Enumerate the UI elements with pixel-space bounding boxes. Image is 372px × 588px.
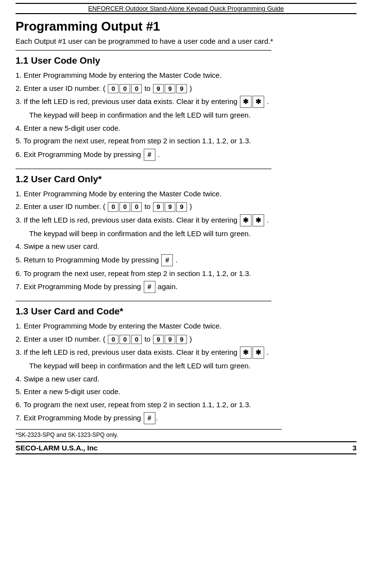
- step-1-1-1: 1. Enter Programming Mode by entering th…: [16, 70, 356, 81]
- footer-note: *SK-2323-SPQ and SK-1323-SPQ only.: [16, 432, 356, 438]
- key-9c: 9: [176, 84, 187, 94]
- step-1-3-1: 1. Enter Programming Mode by entering th…: [16, 321, 356, 332]
- header-title: ENFORCER Outdoor Stand-Alone Keypad Quic…: [88, 5, 284, 12]
- footer-bar: SECO-LARM U.S.A., Inc 3: [16, 441, 356, 454]
- star-key-4: ✱: [253, 214, 264, 226]
- key-0f: 0: [131, 202, 142, 212]
- step-1-3-3b: The keypad will beep in confirmation and…: [16, 361, 356, 372]
- step-1-2-3: 3. If the left LED is red, previous user…: [16, 214, 356, 226]
- key-9b: 9: [165, 84, 175, 94]
- key-9f: 9: [176, 202, 187, 212]
- step-1-3-7: 7. Exit Programming Mode by pressing #.: [16, 412, 356, 424]
- key-0d: 0: [108, 202, 118, 212]
- key-0c: 0: [131, 84, 142, 94]
- section-divider-1: [16, 50, 271, 51]
- page-container: ENFORCER Outdoor Stand-Alone Keypad Quic…: [0, 0, 372, 588]
- step-list-1-3: 1. Enter Programming Mode by entering th…: [16, 321, 356, 424]
- step-list-1-1: 1. Enter Programming Mode by entering th…: [16, 70, 356, 161]
- key-9d: 9: [153, 202, 164, 212]
- step-1-2-7: 7. Exit Programming Mode by pressing # a…: [16, 281, 356, 293]
- star-key-6: ✱: [253, 346, 264, 359]
- footer-divider: [16, 429, 282, 430]
- step-1-3-2: 2. Enter a user ID number. ( 000 to 999 …: [16, 334, 356, 345]
- hash-key-4: #: [144, 412, 155, 424]
- section-heading-1-2: 1.2 User Card Only*: [16, 174, 356, 185]
- step-1-1-4: 4. Enter a new 5-digit user code.: [16, 123, 356, 134]
- star-key-2: ✱: [253, 96, 264, 108]
- section-divider-2: [16, 169, 271, 169]
- footer-page: 3: [353, 444, 356, 452]
- key-0b: 0: [119, 84, 130, 94]
- footer-company: SECO-LARM U.S.A., Inc: [16, 444, 98, 452]
- step-1-3-5: 5. Enter a new 5-digit user code.: [16, 386, 356, 398]
- step-1-3-6: 6. To program the next user, repeat from…: [16, 399, 356, 411]
- key-9e: 9: [165, 202, 175, 212]
- step-1-3-3: 3. If the left LED is red, previous user…: [16, 346, 356, 359]
- hash-key-3: #: [144, 281, 155, 293]
- step-1-2-6: 6. To program the next user, repeat from…: [16, 268, 356, 279]
- step-1-2-1: 1. Enter Programming Mode by entering th…: [16, 189, 356, 200]
- key-0a: 0: [108, 84, 118, 94]
- key-9h: 9: [165, 335, 175, 345]
- step-1-2-2: 2. Enter a user ID number. ( 000 to 999 …: [16, 201, 356, 212]
- step-1-1-6: 6. Exit Programming Mode by pressing # .: [16, 149, 356, 161]
- star-key-1: ✱: [240, 96, 252, 108]
- hash-key-1: #: [144, 149, 155, 161]
- section-divider-3: [16, 301, 271, 301]
- key-0e: 0: [119, 202, 130, 212]
- step-list-1-2: 1. Enter Programming Mode by entering th…: [16, 189, 356, 294]
- step-1-2-4: 4. Swipe a new user card.: [16, 241, 356, 252]
- step-1-1-3: 3. If the left LED is red, previous user…: [16, 96, 356, 108]
- key-0i: 0: [131, 335, 142, 345]
- page-title: Programming Output #1: [16, 19, 356, 34]
- star-key-3: ✱: [240, 214, 252, 226]
- step-1-3-4: 4. Swipe a new user card.: [16, 374, 356, 385]
- key-0h: 0: [119, 335, 130, 345]
- key-9i: 9: [176, 335, 187, 345]
- key-9g: 9: [153, 335, 164, 345]
- intro-text: Each Output #1 user can be programmed to…: [16, 37, 356, 45]
- step-1-2-3b: The keypad will beep in confirmation and…: [16, 228, 356, 240]
- star-key-5: ✱: [240, 346, 252, 359]
- header-bar: ENFORCER Outdoor Stand-Alone Keypad Quic…: [16, 3, 356, 14]
- step-1-2-5: 5. Return to Programming Mode by pressin…: [16, 254, 356, 266]
- key-0g: 0: [108, 335, 118, 345]
- section-heading-1-1: 1.1 User Code Only: [16, 55, 356, 66]
- step-1-1-2: 2. Enter a user ID number. ( 000 to 999 …: [16, 83, 356, 94]
- key-9a: 9: [153, 84, 164, 94]
- step-1-1-5: 5. To program the next user, repeat from…: [16, 136, 356, 147]
- step-1-1-3b: The keypad will beep in confirmation and…: [16, 110, 356, 121]
- section-heading-1-3: 1.3 User Card and Code*: [16, 306, 356, 317]
- hash-key-2: #: [161, 254, 173, 266]
